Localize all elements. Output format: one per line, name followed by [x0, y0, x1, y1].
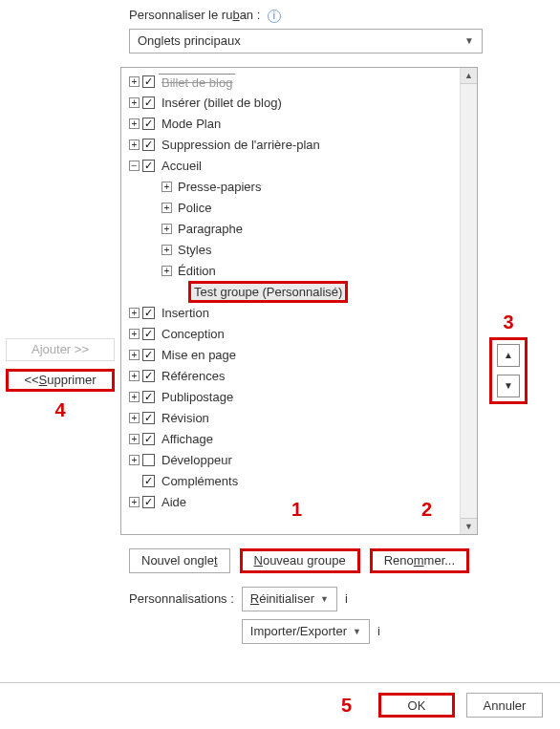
tree-item-label: Police	[175, 200, 214, 216]
import-export-dropdown[interactable]: Importer/Exporter ▼	[242, 619, 370, 644]
checkbox[interactable]	[142, 391, 155, 403]
expand-icon[interactable]: +	[129, 329, 140, 339]
tree-item-label: Révision	[159, 410, 212, 426]
expand-icon[interactable]: +	[129, 139, 140, 150]
chevron-down-icon: ▼	[320, 594, 329, 604]
ribbon-tabs-dropdown[interactable]: Onglets principaux ▼	[129, 29, 483, 54]
checkbox[interactable]	[142, 160, 155, 172]
checkbox[interactable]	[142, 96, 155, 109]
expand-icon[interactable]: +	[162, 245, 172, 255]
annotation-5: 5	[341, 695, 352, 717]
expand-icon[interactable]: +	[129, 413, 140, 423]
tree-item-label: Accueil	[159, 158, 205, 174]
tree-item-label: Conception	[159, 326, 227, 342]
remove-button[interactable]: << Supprimer	[6, 369, 115, 392]
add-button: Ajouter >>	[6, 338, 115, 361]
expand-icon[interactable]: +	[129, 350, 140, 360]
info-icon: i	[268, 10, 281, 23]
tree-item[interactable]: +Suppression de l'arrière-plan	[127, 135, 477, 156]
info-icon: i	[377, 624, 380, 638]
rename-button[interactable]: Renommer...	[370, 548, 469, 573]
tree-item-label: Édition	[175, 263, 219, 279]
annotation-3: 3	[489, 311, 528, 333]
checkbox[interactable]	[142, 433, 155, 445]
tree-item[interactable]: +Styles	[127, 240, 477, 261]
tree-item[interactable]: +Billet de blog	[127, 72, 477, 93]
move-down-button[interactable]: ▼	[497, 375, 520, 397]
customizations-label: Personnalisations :	[129, 591, 234, 606]
checkbox[interactable]	[142, 370, 155, 382]
annotation-1: 1	[240, 499, 355, 521]
tree-item[interactable]: +Développeur	[127, 450, 477, 471]
tree-item[interactable]: +Paragraphe	[127, 219, 477, 240]
new-group-button[interactable]: Nouveau groupe	[240, 548, 360, 573]
expand-icon[interactable]: +	[129, 392, 140, 402]
expand-icon[interactable]: +	[129, 76, 140, 87]
checkbox[interactable]	[142, 454, 155, 466]
checkbox[interactable]	[142, 307, 155, 319]
tree-item-label: Développeur	[159, 452, 235, 468]
tree-item[interactable]: Test groupe (Personnalisé)	[127, 282, 477, 303]
expand-icon[interactable]: +	[129, 497, 140, 507]
tree-item-label: Presse-papiers	[175, 179, 264, 195]
tree-item[interactable]: +Insérer (billet de blog)	[127, 93, 477, 114]
expand-icon[interactable]: +	[129, 434, 140, 444]
tree-item[interactable]: +Références	[127, 366, 477, 387]
tree-item-label: Mode Plan	[159, 116, 224, 132]
tree-item[interactable]: +Insertion	[127, 303, 477, 324]
ok-button[interactable]: OK	[378, 693, 455, 718]
move-up-button[interactable]: ▲	[497, 344, 520, 367]
expand-icon[interactable]: +	[129, 97, 140, 108]
expand-icon[interactable]: +	[162, 182, 172, 192]
expand-icon[interactable]: −	[129, 161, 140, 171]
checkbox[interactable]	[142, 412, 155, 424]
cancel-button[interactable]: Annuler	[466, 693, 543, 718]
tree-item[interactable]: +Mise en page	[127, 345, 477, 366]
checkbox[interactable]	[142, 328, 155, 340]
expand-icon[interactable]: +	[162, 266, 172, 276]
reset-dropdown[interactable]: Réinitialiser ▼	[242, 587, 337, 611]
tree-item[interactable]: +Mode Plan	[127, 114, 477, 135]
tree-item-label: Billet de blog	[159, 74, 235, 91]
tree-item[interactable]: Compléments	[127, 471, 477, 492]
new-tab-button[interactable]: Nouvel onglet	[129, 548, 230, 573]
scroll-up-icon[interactable]: ▲	[461, 68, 477, 84]
expand-icon[interactable]: +	[162, 224, 172, 234]
move-buttons-group: ▲ ▼	[489, 337, 528, 404]
tree-item[interactable]: +Conception	[127, 324, 477, 345]
checkbox[interactable]	[142, 118, 155, 130]
tree-item[interactable]: +Police	[127, 198, 477, 219]
expand-icon[interactable]: +	[129, 455, 140, 465]
expand-icon[interactable]: +	[162, 203, 172, 213]
expand-icon[interactable]: +	[129, 371, 140, 381]
tree-item-label: Test groupe (Personnalisé)	[188, 281, 348, 303]
expand-icon[interactable]: +	[129, 118, 140, 129]
checkbox[interactable]	[142, 349, 155, 361]
tree-item-label: Compléments	[159, 473, 241, 489]
annotation-4: 4	[6, 399, 115, 421]
checkbox[interactable]	[142, 496, 155, 508]
tree-item-label: Références	[159, 368, 227, 384]
annotation-2: 2	[370, 499, 485, 521]
tree-item-label: Insérer (billet de blog)	[159, 95, 285, 111]
ribbon-tree[interactable]: +Billet de blog+Insérer (billet de blog)…	[120, 67, 478, 535]
customize-ribbon-label: Personnaliser le ruban : i	[129, 8, 550, 23]
chevron-down-icon: ▼	[464, 35, 474, 46]
tree-item[interactable]: +Révision	[127, 408, 477, 429]
tree-item[interactable]: +Presse-papiers	[127, 177, 477, 198]
info-icon: i	[345, 591, 348, 606]
checkbox[interactable]	[142, 75, 155, 88]
checkbox[interactable]	[142, 139, 155, 151]
tree-item[interactable]: +Publipostage	[127, 387, 477, 408]
tree-item-label: Affichage	[159, 431, 216, 447]
tree-item[interactable]: +Affichage	[127, 429, 477, 450]
chevron-down-icon: ▼	[353, 627, 361, 636]
tree-item-label: Mise en page	[159, 347, 239, 363]
tree-item[interactable]: +Édition	[127, 261, 477, 282]
tree-item-label: Suppression de l'arrière-plan	[159, 137, 323, 153]
tree-scrollbar[interactable]: ▲ ▼	[460, 68, 477, 534]
tree-item[interactable]: −Accueil	[127, 156, 477, 177]
expand-icon[interactable]: +	[129, 308, 140, 318]
checkbox[interactable]	[142, 475, 155, 487]
ribbon-tabs-dropdown-value: Onglets principaux	[138, 33, 241, 48]
